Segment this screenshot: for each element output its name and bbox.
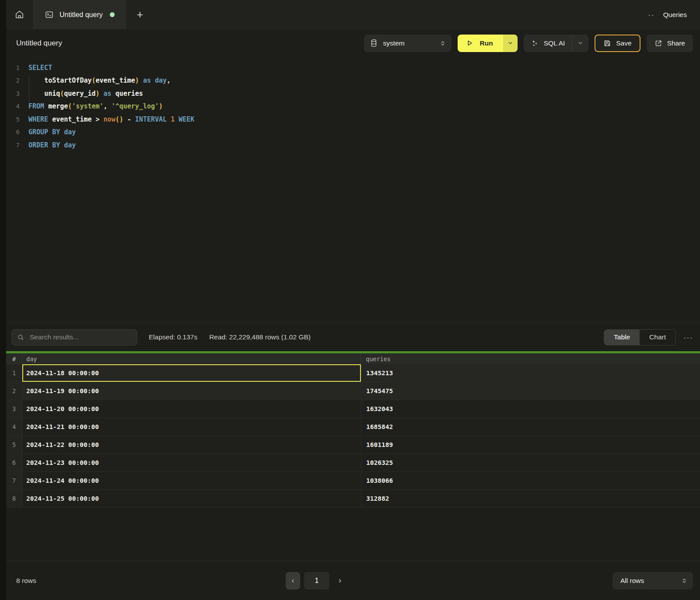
cell-day[interactable]: 2024-11-22 00:00:00 [22, 436, 361, 453]
current-page-button[interactable]: 1 [304, 572, 329, 590]
code-line[interactable]: 1SELECT [6, 61, 700, 74]
view-toggle-chart[interactable]: Chart [640, 330, 676, 345]
cell-queries[interactable]: 312882 [361, 490, 700, 507]
next-page-button[interactable]: › [333, 572, 346, 590]
table-row: 32024-11-20 00:00:001632043 [6, 400, 700, 418]
toolbar-actions: system Run [364, 35, 693, 52]
database-selector[interactable]: system [364, 35, 452, 52]
cell-day[interactable]: 2024-11-23 00:00:00 [22, 454, 361, 471]
code-line[interactable]: 7ORDER BY day [6, 139, 700, 152]
sql-ai-options-button[interactable] [572, 35, 588, 52]
tab-untitled-query[interactable]: Untitled query [33, 0, 126, 29]
tab-overflow-ellipsis-icon[interactable]: ·· [648, 10, 654, 19]
table-row: 12024-11-18 00:00:001345213 [6, 364, 700, 382]
table-row: 72024-11-24 00:00:001038066 [6, 472, 700, 490]
run-button[interactable]: Run [458, 35, 503, 52]
query-toolbar: Untitled query system [6, 29, 700, 57]
cell-day-selected[interactable]: 2024-11-18 00:00:00 [22, 364, 361, 382]
line-number: 3 [6, 90, 20, 97]
code-line[interactable]: 5WHERE event_time > now() - INTERVAL 1 W… [6, 113, 700, 126]
terminal-icon [45, 10, 54, 19]
line-number: 2 [6, 77, 20, 84]
chevron-left-icon: ‹ [292, 576, 294, 585]
run-button-group: Run [458, 35, 518, 52]
table-row: 52024-11-22 00:00:001601189 [6, 436, 700, 454]
chevron-right-icon: › [339, 576, 341, 585]
run-label: Run [480, 39, 493, 47]
row-index: 7 [6, 472, 22, 489]
cell-queries[interactable]: 1632043 [361, 400, 700, 418]
line-number: 4 [6, 103, 20, 110]
share-button[interactable]: Share [647, 35, 693, 52]
cell-queries[interactable]: 1038066 [361, 472, 700, 489]
results-table-header: # day queries [6, 353, 700, 364]
column-header-day[interactable]: day [22, 353, 361, 364]
row-index: 8 [6, 490, 22, 507]
cell-day[interactable]: 2024-11-19 00:00:00 [22, 382, 361, 400]
column-header-queries[interactable]: queries [361, 353, 700, 364]
cell-queries[interactable]: 1345213 [361, 364, 700, 382]
page-size-value: All rows [620, 577, 644, 585]
line-number: 5 [6, 116, 20, 123]
results-toolbar: Elapsed: 0.137s Read: 22,229,488 rows (1… [6, 323, 700, 351]
code-text: ORDER BY day [28, 141, 76, 149]
cell-day[interactable]: 2024-11-21 00:00:00 [22, 418, 361, 436]
results-table-body: 12024-11-18 00:00:00134521322024-11-19 0… [6, 364, 700, 508]
sql-editor[interactable]: 1SELECT2 toStartOfDay(event_time) as day… [6, 57, 700, 323]
cell-queries[interactable]: 1026325 [361, 454, 700, 471]
line-number: 7 [6, 142, 20, 149]
sparkles-icon [531, 39, 539, 47]
column-header-index[interactable]: # [6, 353, 22, 364]
sql-ai-button[interactable]: SQL AI [524, 35, 572, 52]
code-line[interactable]: 4FROM merge('system', '^query_log') [6, 100, 700, 113]
database-value: system [383, 39, 434, 47]
cell-queries[interactable]: 1601189 [361, 436, 700, 453]
play-icon [466, 39, 473, 47]
line-number: 6 [6, 129, 20, 136]
up-down-caret-icon [440, 40, 446, 46]
pagination: ‹ 1 › [286, 572, 346, 590]
query-title: Untitled query [16, 39, 62, 48]
queries-link[interactable]: Queries [663, 11, 687, 19]
sql-ai-button-group: SQL AI [524, 35, 589, 52]
code-line[interactable]: 3 uniq(query_id) as queries [6, 87, 700, 100]
cell-day[interactable]: 2024-11-24 00:00:00 [22, 472, 361, 489]
cell-day[interactable]: 2024-11-20 00:00:00 [22, 400, 361, 418]
results-view-controls: Table Chart ··· [604, 329, 693, 345]
run-options-button[interactable] [503, 35, 518, 52]
home-button[interactable] [6, 0, 33, 29]
unsaved-indicator-dot [110, 12, 115, 17]
code-text: toStartOfDay(event_time) as day, [28, 77, 171, 84]
row-count-label: 8 rows [16, 577, 36, 585]
view-toggle: Table Chart [604, 329, 676, 345]
tab-label: Untitled query [60, 11, 103, 19]
code-text: GROUP BY day [28, 128, 76, 136]
code-line[interactable]: 6GROUP BY day [6, 126, 700, 139]
read-stat: Read: 22,229,488 rows (1.02 GB) [209, 333, 311, 341]
results-empty-space [6, 508, 700, 561]
save-floppy-icon [603, 39, 611, 47]
cell-day[interactable]: 2024-11-25 00:00:00 [22, 490, 361, 507]
code-text: FROM merge('system', '^query_log') [28, 102, 163, 110]
row-index: 4 [6, 418, 22, 436]
new-tab-button[interactable]: + [126, 0, 154, 29]
tab-bar: Untitled query + ·· Queries [6, 0, 700, 29]
table-row: 22024-11-19 00:00:001745475 [6, 382, 700, 400]
home-icon [14, 10, 24, 20]
previous-page-button[interactable]: ‹ [286, 572, 300, 590]
row-index: 2 [6, 382, 22, 400]
cell-queries[interactable]: 1745475 [361, 382, 700, 400]
up-down-caret-icon [681, 578, 687, 584]
row-index: 5 [6, 436, 22, 453]
search-results-box [11, 329, 137, 345]
results-table: # day queries 12024-11-18 00:00:00134521… [6, 353, 700, 508]
code-line[interactable]: 2 toStartOfDay(event_time) as day, [6, 74, 700, 87]
results-more-ellipsis-icon[interactable]: ··· [683, 333, 693, 342]
cell-queries[interactable]: 1685842 [361, 418, 700, 436]
save-label: Save [616, 39, 631, 47]
page-size-selector[interactable]: All rows [612, 572, 693, 590]
view-toggle-table[interactable]: Table [604, 330, 640, 345]
table-row: 62024-11-23 00:00:001026325 [6, 454, 700, 472]
search-results-input[interactable] [29, 333, 132, 342]
save-button[interactable]: Save [595, 35, 640, 52]
